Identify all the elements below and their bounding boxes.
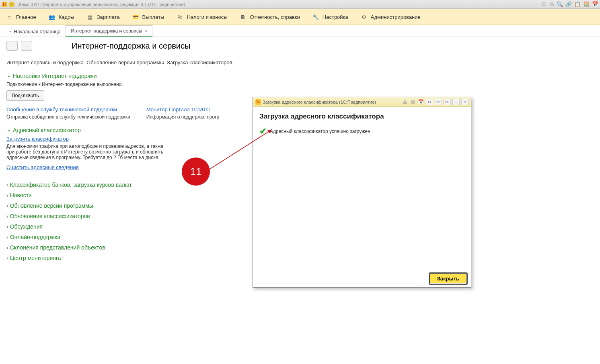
nav-settings-label: Настройка xyxy=(323,14,348,20)
titlebar-tools: 🖫 🖶 🔍 🔗 📋 🧮 📅 xyxy=(541,1,598,7)
dialog-close-button[interactable]: Закрыть xyxy=(429,273,467,284)
dialog-print-icon[interactable]: 🖶 xyxy=(402,99,408,105)
check-icon: ✔ xyxy=(259,126,267,137)
page-description: Интернет-сервисы и поддержка. Обновление… xyxy=(6,59,594,65)
dialog-mminus-button[interactable]: M- xyxy=(444,99,451,105)
dialog-titlebar[interactable]: 1c Загрузка адресного классификатора (1С… xyxy=(253,97,471,107)
people-icon: 👥 xyxy=(48,13,55,20)
section-monitoring-label: Центр мониторинга xyxy=(10,255,61,261)
close-icon[interactable]: × xyxy=(145,29,147,33)
nav-payments[interactable]: 💳 Выплаты xyxy=(129,12,167,22)
annotation-badge: 11 xyxy=(182,157,210,186)
connect-button[interactable]: Подключить xyxy=(6,90,44,101)
its-monitor-desc: Информация о поддержке прогр xyxy=(146,114,219,120)
nav-hr-label: Кадры xyxy=(59,14,74,20)
nav-hr[interactable]: 👥 Кадры xyxy=(46,12,77,22)
back-button[interactable]: ← xyxy=(6,41,18,51)
page-title: Интернет-поддержка и сервисы xyxy=(72,41,190,51)
dialog-load-classifier: 1c Загрузка адресного классификатора (1С… xyxy=(253,97,471,288)
dialog-calendar-icon[interactable]: 📅 xyxy=(418,99,424,105)
link-icon[interactable]: 🔗 xyxy=(565,1,572,7)
tab-home[interactable]: ⌂ Начальная страница xyxy=(3,26,66,37)
section-version-update-label: Обновление версии программы xyxy=(10,202,93,209)
nav-taxes[interactable]: % Налоги и взносы xyxy=(174,12,230,22)
nav-settings[interactable]: 🔧 Настройка xyxy=(310,12,351,22)
section-news-label: Новости xyxy=(10,192,32,198)
section-declensions-label: Склонения представлений объектов xyxy=(10,244,105,251)
calendar-icon[interactable]: 📅 xyxy=(592,1,598,7)
nav-reports[interactable]: 🗎 Отчетность, справки xyxy=(237,12,302,22)
nav-salary-label: Зарплата xyxy=(97,14,120,20)
dialog-heading: Загрузка адресного классификатора xyxy=(259,112,464,121)
connection-status-text: Подключение к Интернет-поддержке не выпо… xyxy=(6,82,594,87)
calc-icon[interactable]: 🧮 xyxy=(583,1,590,7)
nav-taxes-label: Налоги и взносы xyxy=(187,14,227,20)
hamburger-icon: ≡ xyxy=(6,13,13,20)
section-internet-support[interactable]: Настройки Интернет-поддержки xyxy=(6,73,594,79)
support-message-desc: Отправка сообщения в службу технической … xyxy=(6,114,130,120)
dialog-window-title: Загрузка адресного классификатора (1С:Пр… xyxy=(263,100,376,104)
clipboard-icon[interactable]: 📋 xyxy=(574,1,581,7)
nav-payments-label: Выплаты xyxy=(142,14,164,20)
load-classifier-link[interactable]: Загрузить классификатор xyxy=(6,136,69,142)
window-title: Демо ЗУП / Зарплата и управление персона… xyxy=(18,2,185,7)
main-navigation: ≡ Главное 👥 Кадры ▦ Зарплата 💳 Выплаты %… xyxy=(0,9,600,25)
percent-icon: % xyxy=(176,13,183,20)
tab-current[interactable]: Интернет-поддержка и сервисы × xyxy=(66,25,152,37)
tab-home-label: Начальная страница xyxy=(14,29,60,35)
tab-current-label: Интернет-поддержка и сервисы xyxy=(71,28,142,34)
load-classifier-desc: Для экономии трафика при автоподборе и п… xyxy=(6,143,171,160)
dialog-close-x-button[interactable]: × xyxy=(461,99,468,105)
app-dropdown-icon[interactable]: ▾ xyxy=(9,2,14,7)
app-1c-icon: 1c xyxy=(2,2,7,7)
annotation-number: 11 xyxy=(190,166,202,178)
window-titlebar: 1c ▾ Демо ЗУП / Зарплата и управление пе… xyxy=(0,0,600,9)
nav-main-label: Главное xyxy=(16,14,36,20)
nav-reports-label: Отчетность, справки xyxy=(250,14,300,20)
dialog-grid-icon[interactable]: ▦ xyxy=(410,99,416,105)
support-message-link[interactable]: Сообщение в службу технической поддержки xyxy=(6,106,117,112)
tabs-row: ⌂ Начальная страница Интернет-поддержка … xyxy=(0,25,600,37)
section-discussions-label: Обсуждения xyxy=(10,223,43,230)
dialog-1c-icon: 1c xyxy=(255,99,261,105)
gear-icon: ⚙ xyxy=(360,13,368,20)
section-address-classifier-label: Адресный классификатор xyxy=(13,127,81,133)
nav-salary[interactable]: ▦ Зарплата xyxy=(84,12,122,22)
dialog-mplus-button[interactable]: M+ xyxy=(435,99,442,105)
table-icon: ▦ xyxy=(86,13,94,20)
dialog-minimize-button[interactable]: – xyxy=(452,99,460,105)
nav-admin[interactable]: ⚙ Администрирование xyxy=(358,12,423,22)
dialog-message: Адресный классификатор успешно загружен. xyxy=(270,129,372,134)
section-online-support-label: Онлайн-поддержка xyxy=(10,234,60,240)
forward-button[interactable]: → xyxy=(21,41,32,51)
money-icon: 💳 xyxy=(132,13,139,20)
nav-admin-label: Администрирование xyxy=(371,14,421,20)
home-icon: ⌂ xyxy=(8,29,11,35)
document-icon: 🗎 xyxy=(240,13,247,20)
section-classifier-update-label: Обновление классификаторов xyxy=(10,213,90,219)
clear-address-link[interactable]: Очистить адресные сведения xyxy=(6,164,79,170)
section-internet-support-label: Настройки Интернет-поддержки xyxy=(13,73,97,79)
save-icon[interactable]: 🖫 xyxy=(541,1,547,7)
print-icon[interactable]: 🖶 xyxy=(549,1,554,7)
section-bank-classifier-label: Классификатор банков, загрузка курсов ва… xyxy=(10,182,132,188)
its-monitor-link[interactable]: Монитор Портала 1С:ИТС xyxy=(146,106,210,112)
wrench-icon: 🔧 xyxy=(312,13,319,20)
dialog-m-button[interactable]: M xyxy=(426,99,433,105)
nav-main[interactable]: ≡ Главное xyxy=(3,12,39,22)
search-icon[interactable]: 🔍 xyxy=(557,1,563,7)
